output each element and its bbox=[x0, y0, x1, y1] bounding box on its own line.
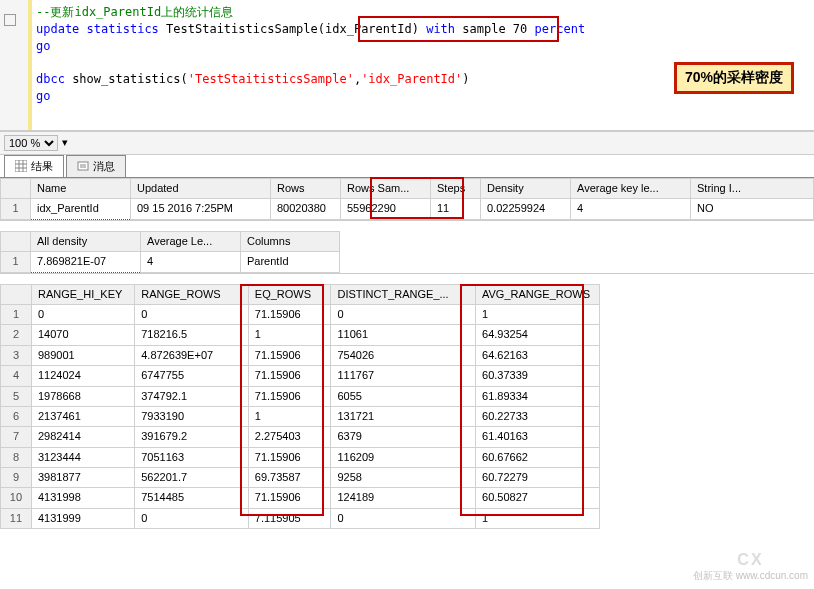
cell[interactable]: 4.872639E+07 bbox=[135, 345, 249, 365]
data-row[interactable]: 10071.1590601 bbox=[1, 304, 600, 324]
cell[interactable]: 374792.1 bbox=[135, 386, 249, 406]
cell[interactable]: 6747755 bbox=[135, 366, 249, 386]
histogram-grid[interactable]: RANGE_HI_KEY RANGE_ROWS EQ_ROWS DISTINCT… bbox=[0, 284, 600, 530]
col-updated[interactable]: Updated bbox=[131, 179, 271, 199]
cell[interactable]: 7933190 bbox=[135, 406, 249, 426]
cell[interactable]: 4 bbox=[571, 199, 691, 219]
cell[interactable]: 131721 bbox=[331, 406, 476, 426]
col-distinct-range[interactable]: DISTINCT_RANGE_... bbox=[331, 284, 476, 304]
cell[interactable]: 754026 bbox=[331, 345, 476, 365]
cell[interactable]: 0 bbox=[331, 304, 476, 324]
cell[interactable]: 391679.2 bbox=[135, 427, 249, 447]
cell[interactable]: 71.15906 bbox=[248, 386, 331, 406]
cell[interactable]: 0 bbox=[135, 304, 249, 324]
cell[interactable]: 124189 bbox=[331, 488, 476, 508]
data-row[interactable]: 39890014.872639E+0771.1590675402664.6216… bbox=[1, 345, 600, 365]
sql-editor[interactable]: --更新idx_ParentId上的统计信息 update statistics… bbox=[0, 0, 814, 131]
cell[interactable]: 562201.7 bbox=[135, 468, 249, 488]
density-grid[interactable]: All density Average Le... Columns 1 7.86… bbox=[0, 231, 340, 273]
cell[interactable]: 2137461 bbox=[31, 406, 134, 426]
tab-results[interactable]: 结果 bbox=[4, 155, 64, 177]
zoom-select[interactable]: 100 % bbox=[4, 135, 58, 151]
cell[interactable]: 61.89334 bbox=[476, 386, 600, 406]
col-range-hi[interactable]: RANGE_HI_KEY bbox=[31, 284, 134, 304]
tab-messages[interactable]: 消息 bbox=[66, 155, 126, 177]
cell[interactable]: NO bbox=[691, 199, 814, 219]
cell[interactable]: 4131998 bbox=[31, 488, 134, 508]
cell[interactable]: 718216.5 bbox=[135, 325, 249, 345]
data-row[interactable]: 93981877562201.769.73587925860.72279 bbox=[1, 468, 600, 488]
cell[interactable]: 2982414 bbox=[31, 427, 134, 447]
cell[interactable]: 71.15906 bbox=[248, 447, 331, 467]
data-row[interactable]: 1 7.869821E-07 4 ParentId bbox=[1, 252, 340, 272]
cell[interactable]: 111767 bbox=[331, 366, 476, 386]
data-row[interactable]: 1 idx_ParentId 09 15 2016 7:25PM 8002038… bbox=[1, 199, 814, 219]
data-row[interactable]: 72982414391679.22.275403637961.40163 bbox=[1, 427, 600, 447]
data-row[interactable]: 104131998751448571.1590612418960.50827 bbox=[1, 488, 600, 508]
cell[interactable]: 71.15906 bbox=[248, 366, 331, 386]
cell[interactable]: 1978668 bbox=[31, 386, 134, 406]
cell[interactable]: 71.15906 bbox=[248, 488, 331, 508]
cell[interactable]: 71.15906 bbox=[248, 345, 331, 365]
cell[interactable]: ParentId bbox=[241, 252, 340, 272]
col-avg-range[interactable]: AVG_RANGE_ROWS bbox=[476, 284, 600, 304]
cell[interactable]: 60.22733 bbox=[476, 406, 600, 426]
cell[interactable]: idx_ParentId bbox=[31, 199, 131, 219]
cell[interactable]: 60.72279 bbox=[476, 468, 600, 488]
cell[interactable]: 09 15 2016 7:25PM bbox=[131, 199, 271, 219]
cell[interactable]: 1 bbox=[248, 406, 331, 426]
cell[interactable]: 4131999 bbox=[31, 508, 134, 528]
cell[interactable]: 0.02259924 bbox=[481, 199, 571, 219]
data-row[interactable]: 11413199907.11590501 bbox=[1, 508, 600, 528]
cell[interactable]: 2.275403 bbox=[248, 427, 331, 447]
col-density[interactable]: Density bbox=[481, 179, 571, 199]
cell[interactable]: 1124024 bbox=[31, 366, 134, 386]
cell[interactable]: 64.93254 bbox=[476, 325, 600, 345]
cell[interactable]: 60.50827 bbox=[476, 488, 600, 508]
col-range-rows[interactable]: RANGE_ROWS bbox=[135, 284, 249, 304]
cell[interactable]: 1 bbox=[476, 508, 600, 528]
col-name[interactable]: Name bbox=[31, 179, 131, 199]
cell[interactable]: 7514485 bbox=[135, 488, 249, 508]
cell[interactable]: 1 bbox=[476, 304, 600, 324]
data-row[interactable]: 621374617933190113172160.22733 bbox=[1, 406, 600, 426]
cell[interactable]: 6055 bbox=[331, 386, 476, 406]
stats-header-grid[interactable]: Name Updated Rows Rows Sam... Steps Dens… bbox=[0, 178, 814, 220]
data-row[interactable]: 83123444705116371.1590611620960.67662 bbox=[1, 447, 600, 467]
cell[interactable]: 1 bbox=[248, 325, 331, 345]
cell[interactable]: 64.62163 bbox=[476, 345, 600, 365]
data-row[interactable]: 41124024674775571.1590611176760.37339 bbox=[1, 366, 600, 386]
cell[interactable]: 14070 bbox=[31, 325, 134, 345]
col-steps[interactable]: Steps bbox=[431, 179, 481, 199]
col-avg-key-len[interactable]: Average key le... bbox=[571, 179, 691, 199]
cell[interactable]: 3981877 bbox=[31, 468, 134, 488]
col-eq-rows[interactable]: EQ_ROWS bbox=[248, 284, 331, 304]
cell[interactable]: 7051163 bbox=[135, 447, 249, 467]
col-all-density[interactable]: All density bbox=[31, 231, 141, 251]
cell[interactable]: 69.73587 bbox=[248, 468, 331, 488]
cell[interactable]: 11 bbox=[431, 199, 481, 219]
col-avg-len[interactable]: Average Le... bbox=[141, 231, 241, 251]
cell[interactable]: 55962290 bbox=[341, 199, 431, 219]
cell[interactable]: 3123444 bbox=[31, 447, 134, 467]
cell[interactable]: 61.40163 bbox=[476, 427, 600, 447]
cell[interactable]: 989001 bbox=[31, 345, 134, 365]
cell[interactable]: 11061 bbox=[331, 325, 476, 345]
cell[interactable]: 0 bbox=[135, 508, 249, 528]
cell[interactable]: 6379 bbox=[331, 427, 476, 447]
col-string-index[interactable]: String I... bbox=[691, 179, 814, 199]
cell[interactable]: 4 bbox=[141, 252, 241, 272]
cell[interactable]: 116209 bbox=[331, 447, 476, 467]
col-rows-sampled[interactable]: Rows Sam... bbox=[341, 179, 431, 199]
cell[interactable]: 71.15906 bbox=[248, 304, 331, 324]
cell[interactable]: 0 bbox=[331, 508, 476, 528]
cell[interactable]: 60.37339 bbox=[476, 366, 600, 386]
col-columns[interactable]: Columns bbox=[241, 231, 340, 251]
cell[interactable]: 7.869821E-07 bbox=[31, 252, 141, 272]
col-rows[interactable]: Rows bbox=[271, 179, 341, 199]
cell[interactable]: 60.67662 bbox=[476, 447, 600, 467]
cell[interactable]: 0 bbox=[31, 304, 134, 324]
data-row[interactable]: 51978668374792.171.15906605561.89334 bbox=[1, 386, 600, 406]
cell[interactable]: 80020380 bbox=[271, 199, 341, 219]
data-row[interactable]: 214070718216.511106164.93254 bbox=[1, 325, 600, 345]
